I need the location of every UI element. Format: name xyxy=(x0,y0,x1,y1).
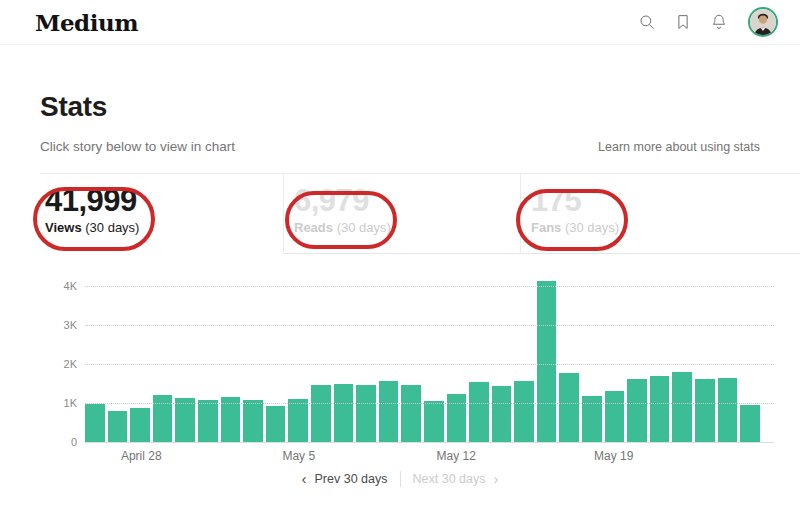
stat-cell-fans[interactable]: 175 Fans (30 days) xyxy=(520,174,800,254)
chevron-right-icon: › xyxy=(493,473,498,485)
chart-bar[interactable] xyxy=(108,411,128,442)
chart-bar[interactable] xyxy=(266,406,286,442)
stats-row: 41,999 Views (30 days) 6,979 Reads (30 d… xyxy=(40,173,800,254)
chart-bar[interactable] xyxy=(198,400,218,442)
x-axis-label: May 5 xyxy=(282,449,315,463)
chevron-left-icon: ‹ xyxy=(302,473,307,485)
fans-value: 175 xyxy=(531,183,800,219)
learn-more-link[interactable]: Learn more about using stats xyxy=(598,140,760,154)
chart-bar[interactable] xyxy=(379,381,399,442)
chart-bar[interactable] xyxy=(447,394,467,442)
gridline xyxy=(85,364,774,365)
main-content: Stats Click story below to view in chart… xyxy=(0,91,800,487)
chart-plot: 4K3K2K1K0 xyxy=(85,286,774,443)
chart-pagination: ‹ Prev 30 days Next 30 days › xyxy=(40,471,760,487)
bookmark-icon[interactable] xyxy=(673,13,692,32)
chart-bar[interactable] xyxy=(695,379,715,442)
gridline xyxy=(85,403,774,404)
chart-bar[interactable] xyxy=(288,399,308,442)
next-30-days-button: Next 30 days › xyxy=(413,472,499,486)
y-axis-label: 2K xyxy=(43,358,77,370)
chart-bar[interactable] xyxy=(537,281,557,442)
chart-bar[interactable] xyxy=(514,381,534,442)
avatar[interactable] xyxy=(748,7,778,37)
views-chart: 4K3K2K1K0 April 28May 5May 12May 19 xyxy=(40,286,760,465)
prev-label: Prev 30 days xyxy=(315,472,388,486)
x-axis-label: April 28 xyxy=(121,449,162,463)
chart-bar[interactable] xyxy=(401,385,421,442)
page-title: Stats xyxy=(40,91,760,123)
stats-subtitle: Click story below to view in chart xyxy=(40,139,235,154)
views-value: 41,999 xyxy=(45,183,283,219)
x-axis-label: May 12 xyxy=(437,449,476,463)
chart-bar[interactable] xyxy=(650,376,670,442)
subtitle-row: Click story below to view in chart Learn… xyxy=(40,139,760,154)
y-axis-label: 0 xyxy=(43,436,77,448)
chart-bar[interactable] xyxy=(243,400,263,442)
chart-bar[interactable] xyxy=(356,385,376,442)
stat-cell-reads[interactable]: 6,979 Reads (30 days) xyxy=(283,174,520,254)
bell-icon[interactable] xyxy=(709,13,728,32)
pagination-divider xyxy=(400,471,401,487)
chart-bar[interactable] xyxy=(605,391,625,442)
views-label: Views (30 days) xyxy=(45,220,283,235)
chart-bar[interactable] xyxy=(334,384,354,442)
chart-bar[interactable] xyxy=(627,379,647,442)
chart-x-labels: April 28May 5May 12May 19 xyxy=(85,443,760,465)
header-actions xyxy=(637,7,778,37)
chart-bar[interactable] xyxy=(718,378,738,442)
chart-bar[interactable] xyxy=(175,398,195,442)
next-label: Next 30 days xyxy=(413,472,486,486)
chart-bar[interactable] xyxy=(559,373,579,442)
chart-bar[interactable] xyxy=(740,405,760,442)
reads-value: 6,979 xyxy=(294,183,520,219)
chart-bar[interactable] xyxy=(311,385,331,442)
prev-30-days-button[interactable]: ‹ Prev 30 days xyxy=(302,472,388,486)
stat-cell-views[interactable]: 41,999 Views (30 days) xyxy=(40,174,283,254)
chart-bar[interactable] xyxy=(672,372,692,442)
y-axis-label: 3K xyxy=(43,319,77,331)
gridline xyxy=(85,286,774,287)
app-header: Medium xyxy=(0,0,800,45)
gridline xyxy=(85,325,774,326)
chart-bar[interactable] xyxy=(469,382,489,442)
reads-label: Reads (30 days) xyxy=(294,220,520,235)
search-icon[interactable] xyxy=(637,13,656,32)
y-axis-label: 1K xyxy=(43,397,77,409)
chart-bar[interactable] xyxy=(424,401,444,442)
chart-bar[interactable] xyxy=(492,386,512,442)
chart-bar[interactable] xyxy=(130,408,150,442)
chart-bar[interactable] xyxy=(153,395,173,442)
medium-logo[interactable]: Medium xyxy=(35,9,138,36)
fans-label: Fans (30 days) xyxy=(531,220,800,235)
y-axis-label: 4K xyxy=(43,280,77,292)
chart-bar[interactable] xyxy=(85,404,105,442)
x-axis-label: May 19 xyxy=(594,449,633,463)
